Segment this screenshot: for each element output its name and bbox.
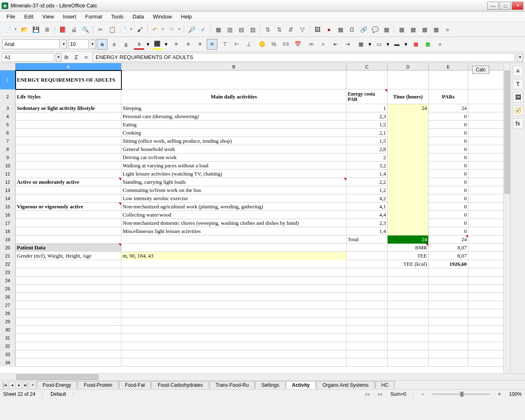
cell-B8[interactable]: General household work bbox=[121, 145, 347, 153]
row-header[interactable]: 28 bbox=[0, 309, 16, 317]
cell-A26[interactable] bbox=[16, 293, 121, 301]
align-justify-button[interactable]: ≡ bbox=[207, 39, 217, 50]
cell-D18[interactable] bbox=[388, 227, 429, 235]
row-header[interactable]: 25 bbox=[0, 285, 16, 293]
window-icon[interactable]: ▦ bbox=[419, 24, 430, 35]
row-header[interactable]: 24 bbox=[0, 276, 16, 285]
cell-C15[interactable]: 4,1 bbox=[347, 203, 388, 211]
cell-C11[interactable]: 1,4 bbox=[347, 170, 388, 178]
valign-top-button[interactable]: ⊤ bbox=[220, 39, 231, 50]
cell-B30[interactable] bbox=[121, 326, 347, 334]
cell-D29[interactable] bbox=[388, 317, 429, 326]
font-size-input[interactable]: 10 bbox=[68, 39, 89, 49]
align-right-button[interactable]: ≡ bbox=[195, 39, 205, 50]
row-header[interactable]: 19 bbox=[0, 235, 16, 244]
cell-E18[interactable]: 0 bbox=[429, 227, 468, 235]
cell-C9[interactable]: 2 bbox=[347, 153, 388, 162]
highlight-button[interactable]: ⬛ bbox=[152, 39, 162, 50]
image-icon[interactable]: 🖼 bbox=[312, 24, 323, 35]
cell-C8[interactable]: 2,8 bbox=[347, 145, 388, 153]
borders-button[interactable]: ▦ bbox=[356, 39, 366, 50]
cell-B10[interactable]: Walking at varying paces without a load bbox=[121, 162, 347, 170]
cell-A20[interactable]: Patient Data bbox=[16, 244, 121, 252]
sheet-tab[interactable]: Food-Protein bbox=[78, 381, 118, 389]
cell-D10[interactable] bbox=[388, 162, 429, 170]
cell-D30[interactable] bbox=[388, 326, 429, 334]
cell-C31[interactable] bbox=[347, 334, 388, 342]
tab-prev-icon[interactable]: ◂ bbox=[9, 382, 15, 388]
cell-B24[interactable] bbox=[121, 276, 347, 285]
sheet-tab[interactable]: Food-Fat bbox=[119, 381, 151, 389]
menu-tools[interactable]: Tools bbox=[107, 12, 128, 21]
cell-D15[interactable] bbox=[388, 203, 429, 211]
cond-format2-button[interactable]: ▦ bbox=[422, 39, 433, 50]
row-header[interactable]: 21 bbox=[0, 252, 16, 260]
vertical-scrollbar[interactable] bbox=[503, 63, 510, 373]
cell-D23[interactable] bbox=[388, 268, 429, 276]
cell-D9[interactable] bbox=[388, 153, 429, 162]
menu-data[interactable]: Data bbox=[128, 12, 148, 21]
cell-D34[interactable] bbox=[388, 358, 429, 367]
cell-E5[interactable]: 0 bbox=[429, 121, 468, 129]
cell-A19[interactable] bbox=[16, 235, 121, 244]
cell-A12[interactable]: Active or moderately active bbox=[16, 178, 121, 186]
cell-C17[interactable]: 2,3 bbox=[347, 219, 388, 227]
cell-B31[interactable] bbox=[121, 334, 347, 342]
font-name-input[interactable]: Arial bbox=[2, 39, 60, 49]
cell-C33[interactable] bbox=[347, 350, 388, 358]
row-header[interactable]: 20 bbox=[0, 244, 16, 252]
cell-B15[interactable]: Non-mechanized agricultural work (planti… bbox=[121, 203, 347, 211]
sheet-tab[interactable]: HC bbox=[375, 381, 395, 389]
border-color-button[interactable]: ▬ bbox=[392, 39, 402, 50]
undo-icon[interactable]: ↶ bbox=[150, 24, 160, 35]
more-icon[interactable]: » bbox=[442, 24, 453, 35]
row-header[interactable]: 5 bbox=[0, 121, 16, 129]
cell-C21[interactable] bbox=[347, 252, 388, 260]
cell-B22[interactable] bbox=[121, 260, 347, 268]
cell-E1[interactable] bbox=[429, 71, 468, 89]
cell-A18[interactable] bbox=[16, 227, 121, 235]
row-header[interactable]: 27 bbox=[0, 301, 16, 309]
cell-A11[interactable] bbox=[16, 170, 121, 178]
sheet-tab[interactable]: Organs And Systems bbox=[316, 381, 375, 389]
cell-B17[interactable]: Non-mechanized domestic chores (sweeping… bbox=[121, 219, 347, 227]
cell-B11[interactable]: Light leisure activities (watching TV, c… bbox=[121, 170, 347, 178]
copy-icon[interactable]: 📋 bbox=[107, 24, 117, 35]
cell-E6[interactable]: 0 bbox=[429, 129, 468, 137]
cell-D3[interactable]: 24 bbox=[388, 104, 429, 112]
cell-C20[interactable] bbox=[347, 244, 388, 252]
cell-D5[interactable] bbox=[388, 121, 429, 129]
number-button[interactable]: 0.0 bbox=[281, 39, 291, 50]
name-box[interactable]: A1 bbox=[2, 53, 54, 62]
insert-col-icon[interactable]: ▥ bbox=[224, 24, 235, 35]
cell-D6[interactable] bbox=[388, 129, 429, 137]
cell-A22[interactable] bbox=[16, 260, 121, 268]
cell-D1[interactable] bbox=[388, 71, 429, 89]
cell-C2[interactable]: Energy costa PAR bbox=[347, 89, 388, 104]
menu-format[interactable]: Format bbox=[81, 12, 106, 21]
cell-A16[interactable] bbox=[16, 211, 121, 219]
cell-A24[interactable] bbox=[16, 276, 121, 285]
cell-A28[interactable] bbox=[16, 309, 121, 317]
cell-C24[interactable] bbox=[347, 276, 388, 285]
cell-E12[interactable]: 0 bbox=[429, 178, 468, 186]
cell-C7[interactable]: 1,5 bbox=[347, 137, 388, 145]
sheet-tab[interactable]: Food-Carbohydrates bbox=[151, 381, 209, 389]
sort-icon[interactable]: ⇵ bbox=[285, 24, 296, 35]
sort-asc-icon[interactable]: ⇅ bbox=[262, 24, 273, 35]
status-selection-icon[interactable]: ▭ bbox=[378, 391, 382, 397]
cell-E27[interactable] bbox=[429, 301, 468, 309]
cell-C23[interactable] bbox=[347, 268, 388, 276]
cell-C26[interactable] bbox=[347, 293, 388, 301]
cell-B13[interactable]: Commuting to/from work on the bus bbox=[121, 186, 347, 194]
cell-A32[interactable] bbox=[16, 342, 121, 350]
col-header-b[interactable]: B bbox=[121, 63, 347, 70]
spellcheck-icon[interactable]: ✓ bbox=[198, 24, 208, 35]
print-icon[interactable]: 🖨 bbox=[68, 24, 79, 35]
cell-C1[interactable] bbox=[347, 71, 388, 89]
special-char-icon[interactable]: Ω bbox=[347, 24, 357, 35]
cell-E25[interactable] bbox=[429, 285, 468, 293]
cell-C22[interactable] bbox=[347, 260, 388, 268]
cell-B6[interactable]: Cooking bbox=[121, 129, 347, 137]
cell-E28[interactable] bbox=[429, 309, 468, 317]
